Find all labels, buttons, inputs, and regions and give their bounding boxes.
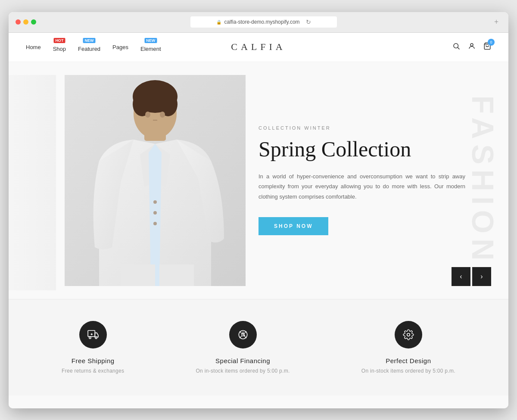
- feature-item-design: Perfect Design On in-stock items ordered…: [361, 321, 455, 374]
- feature-title-shipping: Free Shipping: [72, 357, 115, 364]
- hero-content: COLLECTION WINTER Spring Collection In a…: [233, 125, 491, 235]
- svg-point-19: [89, 336, 90, 338]
- site-content: Home HOT Shop NEW Featured Pages NEW Ele…: [9, 33, 508, 408]
- minimize-button[interactable]: [23, 19, 28, 25]
- feature-title-design: Perfect Design: [386, 357, 431, 364]
- address-bar-container: 🔒 calfia-store-demo.myshopify.com ↻: [40, 16, 487, 28]
- shop-now-button[interactable]: SHOP NOW: [258, 217, 328, 235]
- nav-item-shop[interactable]: HOT Shop: [53, 46, 66, 52]
- hero-arrows: ‹ ›: [452, 267, 491, 286]
- shipping-icon: [79, 321, 107, 348]
- nav-item-featured[interactable]: NEW Featured: [78, 46, 100, 52]
- hero-image-area: [9, 75, 233, 286]
- element-new-badge: NEW: [144, 38, 157, 43]
- feature-subtitle-financing: On in-stock items ordered by 5:00 p.m.: [196, 368, 290, 374]
- browser-traffic-lights: [16, 19, 36, 25]
- maximize-button[interactable]: [31, 19, 36, 25]
- feature-title-financing: Special Financing: [215, 357, 270, 364]
- hero-subtitle: COLLECTION WINTER: [258, 125, 465, 131]
- next-arrow-button[interactable]: ›: [472, 267, 491, 286]
- hero-description: In a world of hyper-convenience and over…: [258, 171, 465, 202]
- feature-subtitle-shipping: Free returns & exchanges: [62, 368, 124, 374]
- feature-item-financing: Special Financing On in-stock items orde…: [196, 321, 290, 374]
- prev-arrow-button[interactable]: ‹: [452, 267, 470, 286]
- browser-chrome: 🔒 calfia-store-demo.myshopify.com ↻ +: [9, 12, 508, 33]
- account-icon[interactable]: [468, 42, 476, 52]
- hero-person-svg: [65, 75, 246, 286]
- nav-item-home[interactable]: Home: [26, 44, 41, 50]
- search-icon[interactable]: [452, 42, 460, 52]
- feature-item-shipping: Free Shipping Free returns & exchanges: [62, 321, 124, 374]
- svg-point-20: [95, 336, 97, 338]
- design-icon: [395, 321, 422, 348]
- new-tab-button[interactable]: +: [491, 17, 501, 27]
- hero-title: Spring Collection: [258, 137, 465, 161]
- cart-count: 0: [488, 39, 495, 46]
- site-logo: CALFIA: [231, 41, 286, 53]
- svg-point-10: [145, 112, 150, 118]
- hot-badge: HOT: [53, 38, 65, 43]
- feature-subtitle-design: On in-stock items ordered by 5:00 p.m.: [361, 368, 455, 374]
- svg-point-15: [153, 222, 157, 225]
- featured-new-badge: NEW: [83, 38, 96, 43]
- nav-left: Home HOT Shop NEW Featured Pages NEW Ele…: [26, 42, 161, 52]
- svg-point-11: [160, 112, 165, 118]
- close-button[interactable]: [16, 19, 21, 25]
- svg-line-1: [458, 47, 459, 49]
- url-text: calfia-store-demo.myshopify.com: [224, 19, 299, 25]
- cart-icon[interactable]: 0: [483, 42, 491, 52]
- navigation: Home HOT Shop NEW Featured Pages NEW Ele…: [9, 33, 508, 62]
- svg-point-13: [153, 200, 157, 204]
- svg-point-25: [407, 333, 410, 336]
- svg-rect-16: [121, 264, 155, 286]
- hero-section: FASHION COLLECTION WINTER Spring Collect…: [9, 62, 508, 299]
- address-bar[interactable]: 🔒 calfia-store-demo.myshopify.com ↻: [190, 16, 337, 28]
- svg-point-0: [454, 44, 458, 48]
- svg-point-14: [153, 211, 157, 215]
- nav-item-pages[interactable]: Pages: [112, 44, 128, 50]
- hero-bg-figure: [9, 75, 56, 290]
- lock-icon: 🔒: [216, 20, 221, 25]
- svg-point-2: [470, 44, 473, 46]
- hero-main-image: [65, 75, 246, 286]
- nav-item-element[interactable]: NEW Element: [140, 46, 161, 52]
- refresh-icon[interactable]: ↻: [306, 19, 311, 25]
- features-section: Free Shipping Free returns & exchanges S…: [9, 299, 508, 395]
- svg-rect-17: [159, 264, 194, 286]
- browser-window: 🔒 calfia-store-demo.myshopify.com ↻ + Ho…: [9, 12, 508, 408]
- financing-icon: [229, 321, 257, 348]
- nav-right: 0: [452, 42, 491, 52]
